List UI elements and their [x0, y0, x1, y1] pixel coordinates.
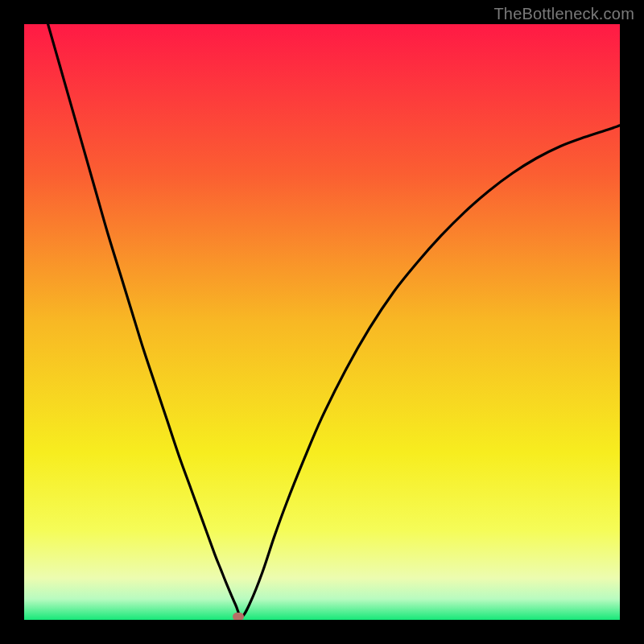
plot-area — [24, 24, 620, 620]
chart-frame: TheBottleneck.com — [0, 0, 644, 644]
bottleneck-curve — [24, 24, 620, 620]
watermark-text: TheBottleneck.com — [493, 5, 634, 23]
minimum-marker — [233, 613, 244, 620]
